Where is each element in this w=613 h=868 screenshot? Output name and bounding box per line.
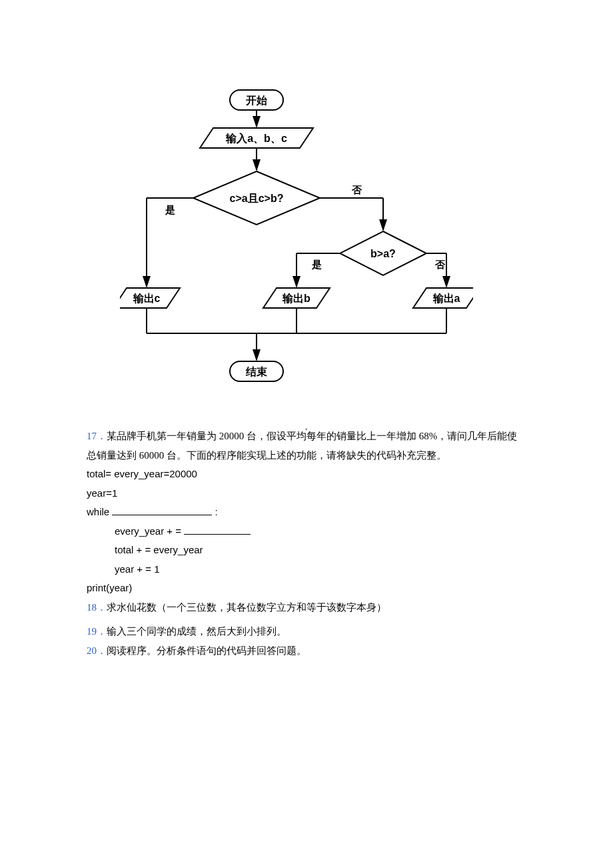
flow-out-a: 输出a [432, 293, 460, 304]
q18-para: 18．求水仙花数（一个三位数，其各位数字立方和等于该数字本身） [87, 598, 526, 617]
q20-para: 20．阅读程序。分析条件语句的代码并回答问题。 [87, 641, 526, 661]
q17-code4a: every_year + = [115, 525, 184, 537]
flow-d2-no: 否 [434, 259, 446, 270]
flow-end-label: 结束 [245, 366, 267, 377]
flowchart-diagram: 开始 输入a、b、c c>a且c>b? 是 否 b>a? 是 否 输出c [120, 87, 473, 407]
q17-code5: total + = every_year [87, 541, 526, 560]
q20-number: 20． [87, 645, 107, 656]
q19-para: 19．输入三个同学的成绩，然后大到小排列。 [87, 622, 526, 641]
q17-text: 某品牌手机第一年销量为 20000 台，假设平均每年的销量比上一年增加 68%，… [87, 431, 517, 461]
blank-while [112, 506, 212, 516]
q17-code3: while : [87, 503, 526, 522]
q19-text: 输入三个同学的成绩，然后大到小排列。 [107, 626, 287, 637]
flow-d1-yes: 是 [165, 204, 175, 215]
q17-code2: year=1 [87, 484, 526, 503]
q17-code3b: : [212, 506, 217, 517]
q17-code1: total= every_year=20000 [87, 465, 526, 484]
q17-code3a: while [87, 506, 112, 517]
q19-number: 19． [87, 626, 107, 637]
question-content: 17．某品牌手机第一年销量为 20000 台，假设平均每年的销量比上一年增加 6… [87, 427, 526, 660]
flow-out-c: 输出c [133, 293, 161, 304]
q18-number: 18． [87, 602, 107, 613]
blank-everyyear [184, 525, 251, 535]
q17-code6: year + = 1 [87, 560, 526, 579]
q20-text: 阅读程序。分析条件语句的代码并回答问题。 [107, 645, 306, 656]
q18-text: 求水仙花数（一个三位数，其各位数字立方和等于该数字本身） [107, 602, 386, 613]
flow-d2-yes: 是 [311, 259, 322, 270]
flow-start-label: 开始 [245, 95, 268, 106]
flow-input-label: 输入a、b、c [225, 133, 287, 144]
flow-decision1-label: c>a且c>b? [230, 193, 284, 204]
flow-d1-no: 否 [351, 184, 362, 195]
flow-out-b: 输出b [282, 293, 310, 304]
q17-code7: print(year) [87, 579, 526, 598]
flow-decision2-label: b>a? [370, 248, 396, 259]
q17-number: 17． [87, 431, 107, 441]
q17-code4: every_year + = [87, 522, 526, 541]
center-dot: ▪ [305, 423, 308, 435]
